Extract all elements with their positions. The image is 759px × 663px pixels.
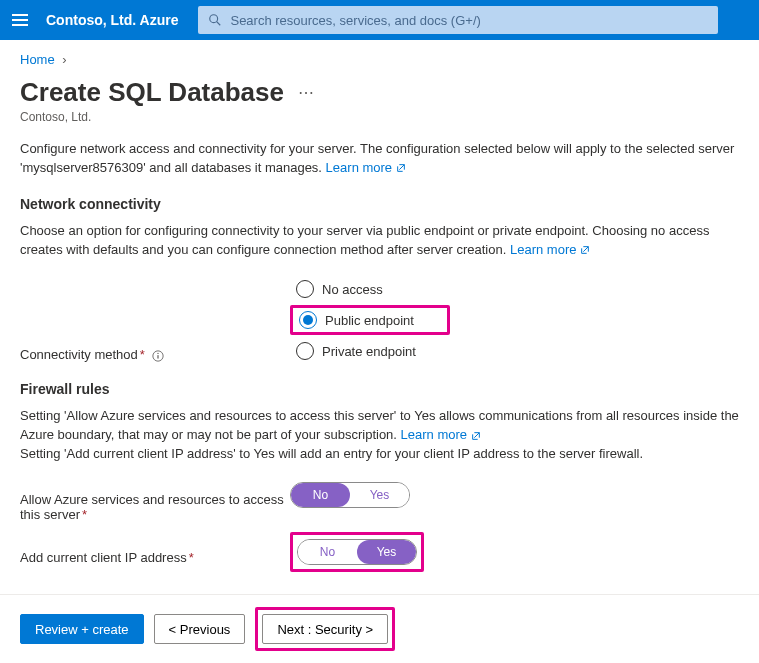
review-create-button[interactable]: Review + create	[20, 614, 144, 644]
radio-public-endpoint[interactable]: Public endpoint	[293, 308, 447, 332]
radio-no-access[interactable]: No access	[290, 277, 450, 301]
highlight-box: Public endpoint	[290, 305, 450, 335]
chevron-right-icon: ›	[62, 52, 66, 67]
connectivity-method-label: Connectivity method*	[20, 277, 290, 362]
org-name: Contoso, Ltd. Azure	[46, 12, 178, 28]
breadcrumb: Home ›	[0, 40, 759, 71]
highlight-box: No Yes	[290, 532, 424, 572]
hamburger-menu-icon[interactable]	[8, 8, 32, 32]
toggle-no[interactable]: No	[291, 483, 350, 507]
page-title: Create SQL Database	[20, 77, 284, 108]
toggle-no[interactable]: No	[298, 540, 357, 564]
network-connectivity-title: Network connectivity	[20, 196, 739, 212]
more-actions-icon[interactable]: ⋯	[298, 83, 316, 102]
connectivity-method-field: Connectivity method* No access Public en…	[20, 277, 739, 363]
svg-point-0	[210, 15, 218, 23]
intro-text: Configure network access and connectivit…	[20, 140, 739, 178]
firewall-rules-title: Firewall rules	[20, 381, 739, 397]
add-ip-label: Add current client IP address*	[20, 550, 290, 565]
page-subtitle: Contoso, Ltd.	[0, 108, 759, 132]
global-search[interactable]	[198, 6, 718, 34]
learn-more-network[interactable]: Learn more	[510, 242, 590, 257]
title-row: Create SQL Database ⋯	[0, 71, 759, 108]
top-header: Contoso, Ltd. Azure	[0, 0, 759, 40]
external-link-icon	[471, 431, 481, 441]
toggle-yes[interactable]: Yes	[357, 540, 416, 564]
svg-line-1	[217, 22, 221, 26]
info-icon[interactable]	[152, 350, 164, 362]
svg-point-3	[158, 353, 159, 354]
radio-icon	[296, 342, 314, 360]
radio-icon	[299, 311, 317, 329]
breadcrumb-home[interactable]: Home	[20, 52, 55, 67]
learn-more-intro[interactable]: Learn more	[326, 160, 406, 175]
search-icon	[208, 13, 222, 27]
add-ip-field: Add current client IP address* No Yes	[20, 544, 739, 572]
main-content: Configure network access and connectivit…	[0, 132, 759, 663]
highlight-box: Next : Security >	[255, 607, 395, 651]
radio-icon	[296, 280, 314, 298]
radio-private-endpoint[interactable]: Private endpoint	[290, 339, 450, 363]
network-desc: Choose an option for configuring connect…	[20, 222, 739, 260]
firewall-desc: Setting 'Allow Azure services and resour…	[20, 407, 739, 464]
previous-button[interactable]: < Previous	[154, 614, 246, 644]
allow-azure-field: Allow Azure services and resources to ac…	[20, 482, 739, 532]
learn-more-firewall[interactable]: Learn more	[401, 427, 481, 442]
wizard-footer: Review + create < Previous Next : Securi…	[0, 594, 759, 663]
search-input[interactable]	[230, 13, 708, 28]
external-link-icon	[396, 163, 406, 173]
connectivity-radio-group: No access Public endpoint Private endpoi…	[290, 277, 450, 363]
allow-azure-label: Allow Azure services and resources to ac…	[20, 492, 290, 522]
external-link-icon	[580, 245, 590, 255]
next-security-button[interactable]: Next : Security >	[262, 614, 388, 644]
add-ip-toggle[interactable]: No Yes	[297, 539, 417, 565]
allow-azure-toggle[interactable]: No Yes	[290, 482, 410, 508]
toggle-yes[interactable]: Yes	[350, 483, 409, 507]
svg-rect-4	[158, 355, 159, 358]
